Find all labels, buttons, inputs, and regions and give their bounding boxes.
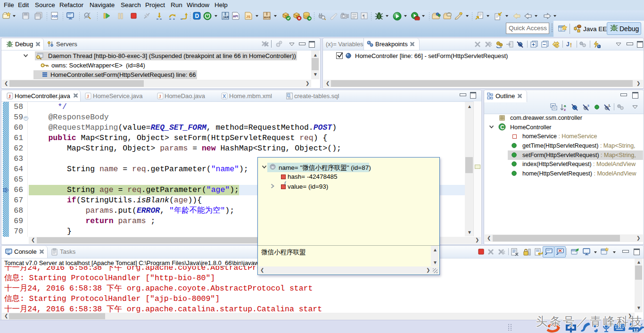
svg-text:C: C bbox=[500, 124, 504, 131]
svg-text:z: z bbox=[564, 108, 566, 111]
svg-text:API: API bbox=[233, 15, 238, 18]
svg-text:J: J bbox=[87, 93, 90, 99]
svg-text:J: J bbox=[566, 41, 570, 48]
svg-text:L: L bbox=[609, 104, 611, 107]
svg-text:010: 010 bbox=[52, 15, 58, 18]
svg-text:!: ! bbox=[570, 42, 572, 48]
svg-text:s: s bbox=[587, 104, 589, 107]
svg-text:JS: JS bbox=[246, 15, 250, 19]
svg-text:¶: ¶ bbox=[363, 13, 365, 19]
svg-text:X: X bbox=[223, 93, 226, 99]
svg-text:WAR: WAR bbox=[264, 16, 271, 19]
svg-text:J: J bbox=[159, 93, 162, 99]
svg-text:JAR: JAR bbox=[223, 16, 229, 19]
svg-text:D: D bbox=[195, 13, 199, 19]
svg-text:J: J bbox=[8, 93, 11, 99]
